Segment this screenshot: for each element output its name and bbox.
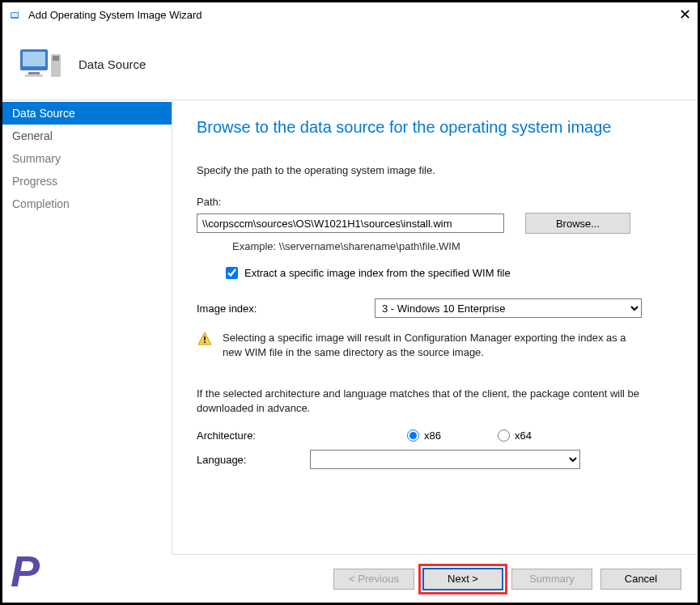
sidebar-item-progress[interactable]: Progress [2,170,172,192]
svg-rect-8 [53,56,59,61]
extract-checkbox-label: Extract a specific image index from the … [244,267,511,279]
summary-button: Summary [511,569,592,590]
computer-icon [19,41,64,87]
arch-radio-x86[interactable]: x86 [407,429,441,442]
content-pane: Browse to the data source for the operat… [172,100,698,554]
svg-rect-1 [11,13,18,17]
window-title: Add Operating System Image Wizard [28,9,678,21]
sidebar: Data Source General Summary Progress Com… [2,100,172,554]
wizard-body: Data Source General Summary Progress Com… [2,99,698,554]
wizard-header: Data Source [2,28,698,99]
path-label: Path: [197,196,673,208]
svg-marker-2 [18,11,19,12]
close-icon[interactable]: ✕ [678,9,691,22]
arch-radio-x64[interactable]: x64 [498,429,532,442]
next-button[interactable]: Next > [422,568,503,590]
image-index-label: Image index: [197,302,375,315]
example-text: Example: \\servername\sharename\path\fil… [232,240,673,252]
svg-rect-10 [204,336,206,341]
arch-radio-x86-input[interactable] [407,429,419,442]
browse-button[interactable]: Browse... [525,213,630,234]
footer: < Previous Next > Summary Cancel [172,554,698,603]
header-label: Data Source [78,57,146,71]
warning-icon [197,331,213,359]
svg-rect-4 [23,52,45,66]
sidebar-item-general[interactable]: General [2,125,172,147]
sidebar-item-completion[interactable]: Completion [2,192,172,215]
arch-radio-x64-input[interactable] [498,429,510,442]
svg-rect-11 [204,341,206,343]
extract-checkbox[interactable] [226,267,238,279]
prefetch-text: If the selected architecture and languag… [197,387,650,415]
path-input[interactable] [197,214,504,233]
page-heading: Browse to the data source for the operat… [197,118,673,137]
sidebar-item-data-source[interactable]: Data Source [2,102,172,125]
svg-rect-5 [28,72,40,74]
wizard-window: Add Operating System Image Wizard ✕ Data… [0,0,700,605]
wizard-icon [9,9,22,22]
titlebar: Add Operating System Image Wizard ✕ [2,2,698,28]
language-select[interactable] [310,450,580,469]
architecture-label: Architecture: [197,429,375,442]
svg-rect-6 [25,74,43,77]
language-label: Language: [197,454,310,466]
image-index-select[interactable]: 3 - Windows 10 Enterprise [375,298,642,318]
warning-text: Selecting a specific image will result i… [223,331,643,359]
cancel-button[interactable]: Cancel [600,569,681,590]
instruction-text: Specify the path to the operating system… [197,164,673,176]
previous-button: < Previous [333,569,414,590]
sidebar-item-summary[interactable]: Summary [2,147,172,170]
